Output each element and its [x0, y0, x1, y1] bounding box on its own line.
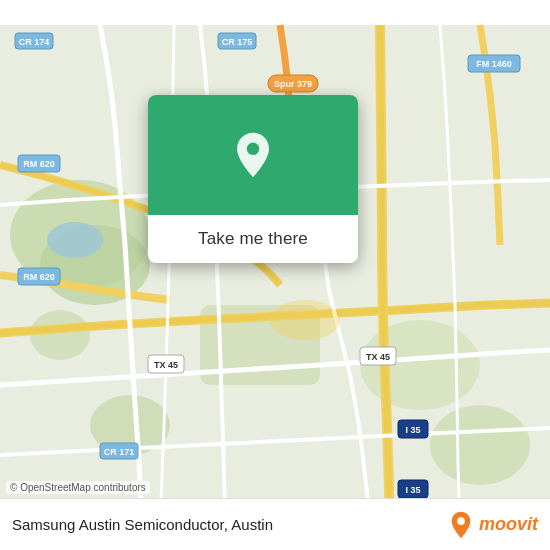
osm-credit: © OpenStreetMap contributors	[6, 481, 150, 494]
take-me-there-button[interactable]: Take me there	[198, 229, 308, 249]
popup-card-bottom: Take me there	[148, 215, 358, 263]
svg-point-8	[47, 222, 103, 258]
svg-text:TX 45: TX 45	[366, 352, 390, 362]
svg-text:TX 45: TX 45	[154, 360, 178, 370]
svg-text:CR 174: CR 174	[19, 37, 50, 47]
svg-text:I 35: I 35	[405, 485, 420, 495]
bottom-bar: Samsung Austin Semiconductor, Austin moo…	[0, 498, 550, 550]
popup-card-green-area	[148, 95, 358, 215]
svg-text:CR 171: CR 171	[104, 447, 135, 457]
svg-text:CR 175: CR 175	[222, 37, 253, 47]
svg-point-9	[270, 300, 340, 340]
svg-text:Spur 379: Spur 379	[274, 79, 312, 89]
moovit-logo: moovit	[447, 511, 538, 539]
map-container: CR 174 CR 175 Spur 379 FM 1460 RM 620 RM…	[0, 0, 550, 550]
map-background: CR 174 CR 175 Spur 379 FM 1460 RM 620 RM…	[0, 0, 550, 550]
svg-text:RM 620: RM 620	[23, 272, 55, 282]
svg-text:I 35: I 35	[405, 425, 420, 435]
svg-point-33	[247, 143, 259, 155]
svg-text:FM 1460: FM 1460	[476, 59, 512, 69]
moovit-brand-text: moovit	[479, 514, 538, 535]
svg-point-34	[457, 517, 465, 525]
popup-card: Take me there	[148, 95, 358, 263]
location-pin-icon	[229, 131, 277, 179]
svg-point-5	[430, 405, 530, 485]
location-name: Samsung Austin Semiconductor, Austin	[12, 516, 273, 533]
svg-text:RM 620: RM 620	[23, 159, 55, 169]
svg-point-7	[30, 310, 90, 360]
moovit-pin-icon	[447, 511, 475, 539]
